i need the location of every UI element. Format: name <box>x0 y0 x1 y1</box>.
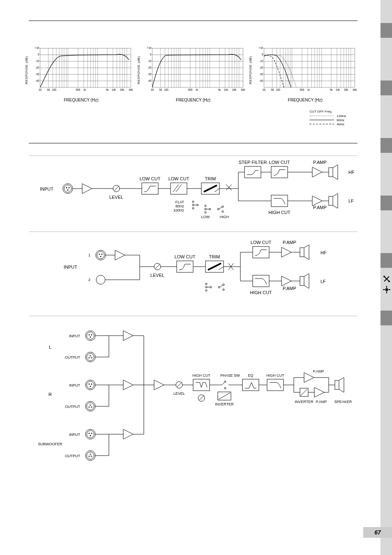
d2-2: 2 <box>88 278 90 282</box>
svg-text:20: 20 <box>39 88 42 91</box>
svg-text:500: 500 <box>76 88 81 91</box>
d2-lf: LF <box>321 279 326 284</box>
diagram-2: 1 INPUT 2 LEVEL LOW CUT TRIM LO <box>29 232 357 295</box>
side-tab-1 <box>380 23 392 38</box>
d3-R: R <box>48 392 52 397</box>
page-content: RESPONSE (dB) +100-10 <box>29 21 357 480</box>
d1-low: LOW <box>201 215 210 219</box>
chart-ylabel: RESPONSE (dB) <box>249 56 252 84</box>
svg-point-188 <box>96 275 105 284</box>
svg-text:100: 100 <box>276 88 281 91</box>
d1-level: LEVEL <box>109 195 123 200</box>
d3-level: LEVEL <box>173 391 185 396</box>
chart-3-svg: +100-10 -20-30-40 2050100 5001k5k 10k20k… <box>253 46 357 94</box>
cutoff-legend: CUT OFF Freq. 120Hz 80Hz 40Hz <box>309 110 357 126</box>
cutoff-row-3: 40Hz <box>309 122 357 126</box>
d1-100: 100Hz <box>173 208 184 212</box>
side-tab-3 <box>380 138 392 153</box>
d1-lowcut-top: LOW CUT <box>269 160 290 165</box>
svg-text:100: 100 <box>52 88 56 91</box>
svg-text:20: 20 <box>151 88 154 91</box>
chart-ylabel: RESPONSE (dB) <box>25 56 28 84</box>
svg-text:-30: -30 <box>260 73 264 76</box>
d3-speaker: SPEAKER <box>334 400 352 404</box>
svg-text:500: 500 <box>300 88 304 91</box>
chart-xlabel: FREQUENCY (Hz) <box>253 98 357 102</box>
d3-highcut: HIGH CUT <box>192 373 210 378</box>
svg-point-0 <box>383 276 385 277</box>
d2-lowcut: LOW CUT <box>175 254 196 259</box>
d2-hf: HF <box>321 250 327 255</box>
chart-ylabel: RESPONSE (dB) <box>137 56 141 84</box>
svg-text:-20: -20 <box>260 66 264 69</box>
d3-inv2: INVERTER <box>295 400 314 404</box>
d3-in-l: INPUT <box>69 334 81 338</box>
svg-text:-30: -30 <box>148 73 152 76</box>
d2-1: 1 <box>88 253 90 257</box>
top-rule <box>29 21 357 21</box>
charts-row: RESPONSE (dB) +100-10 <box>29 46 357 127</box>
diagram-1: INPUT LEVEL LOW CUT LOW CUT FLAT 80Hz 10… <box>29 156 357 219</box>
svg-text:5k: 5k <box>218 88 221 91</box>
chart-3: RESPONSE (dB) +100-10 <box>253 46 357 127</box>
svg-text:-40: -40 <box>148 79 152 82</box>
d1-hf: HF <box>348 170 355 175</box>
svg-text:20k: 20k <box>232 88 237 91</box>
svg-text:40k: 40k <box>129 88 133 91</box>
cutoff-row-2: 80Hz <box>309 118 357 122</box>
svg-text:50: 50 <box>271 88 274 91</box>
svg-line-173 <box>176 184 182 192</box>
svg-text:1k: 1k <box>307 88 311 91</box>
d1-high: HIGH <box>220 215 229 219</box>
d1-step: STEP FILTER <box>239 160 267 165</box>
cutoff-title: CUT OFF Freq. <box>309 110 357 113</box>
chart-2-svg: +100-10 -20-30-40 2050100 5001k5k 10k20k… <box>141 46 246 94</box>
svg-text:40k: 40k <box>353 88 357 91</box>
d1-lowcut1: LOW CUT <box>140 176 161 181</box>
side-tab-6 <box>380 311 392 325</box>
d3-in-r: INPUT <box>69 383 81 387</box>
diagram-3: L INPUT OUTPUT R INPUT OUTPUT SUBWOOFER … <box>29 316 357 461</box>
d1-highcut: HIGH CUT <box>268 210 290 215</box>
svg-text:-20: -20 <box>35 66 39 69</box>
svg-text:-40: -40 <box>35 79 39 82</box>
cutoff-row-1: 120Hz <box>309 114 357 118</box>
d2-pamp-b: P.AMP <box>283 286 296 291</box>
d3-highcut2: HIGH CUT <box>266 373 284 378</box>
d1-pamp-t: P.AMP <box>313 160 327 165</box>
block-diagrams: INPUT LEVEL LOW CUT LOW CUT FLAT 80Hz 10… <box>29 143 357 480</box>
cutoff-val: 120Hz <box>337 114 346 118</box>
d3-phasesw: PHASE SW <box>220 373 240 378</box>
svg-text:0: 0 <box>262 53 263 56</box>
svg-text:50: 50 <box>47 88 50 91</box>
page-number: 67 <box>363 527 392 538</box>
side-tab-5 <box>380 253 392 268</box>
d1-trim: TRIM <box>205 176 216 181</box>
tool-icon-1 <box>383 275 390 283</box>
svg-text:+10: +10 <box>147 46 151 49</box>
d2-highcut: HIGH CUT <box>250 290 272 295</box>
svg-text:1k: 1k <box>83 88 86 91</box>
svg-point-227 <box>224 387 226 389</box>
svg-text:20k: 20k <box>120 88 125 91</box>
svg-text:-30: -30 <box>35 73 39 76</box>
chart-xlabel: FREQUENCY (Hz) <box>29 98 134 102</box>
d3-inverter: INVERTER <box>215 402 234 406</box>
d3-in-s: INPUT <box>69 433 81 437</box>
d3-pamp-t: P.AMP <box>313 369 324 373</box>
d3-pamp-b: P.AMP <box>316 400 327 404</box>
d1-flat: FLAT <box>175 200 184 204</box>
chart-xlabel: FREQUENCY (Hz) <box>141 98 246 102</box>
chart-2: RESPONSE (dB) +100-10 <box>141 46 246 127</box>
svg-point-226 <box>224 381 226 382</box>
svg-text:5k: 5k <box>106 88 109 91</box>
svg-text:10k: 10k <box>224 88 228 91</box>
svg-text:500: 500 <box>188 88 192 91</box>
d3-out-r: OUTPUT <box>65 405 81 409</box>
svg-rect-2 <box>385 288 388 291</box>
chart-1: RESPONSE (dB) +100-10 <box>29 46 134 127</box>
svg-line-238 <box>301 389 307 396</box>
svg-text:100: 100 <box>164 88 168 91</box>
d2-lowcut-top: LOW CUT <box>251 240 272 245</box>
d3-out-s: OUTPUT <box>65 454 81 458</box>
